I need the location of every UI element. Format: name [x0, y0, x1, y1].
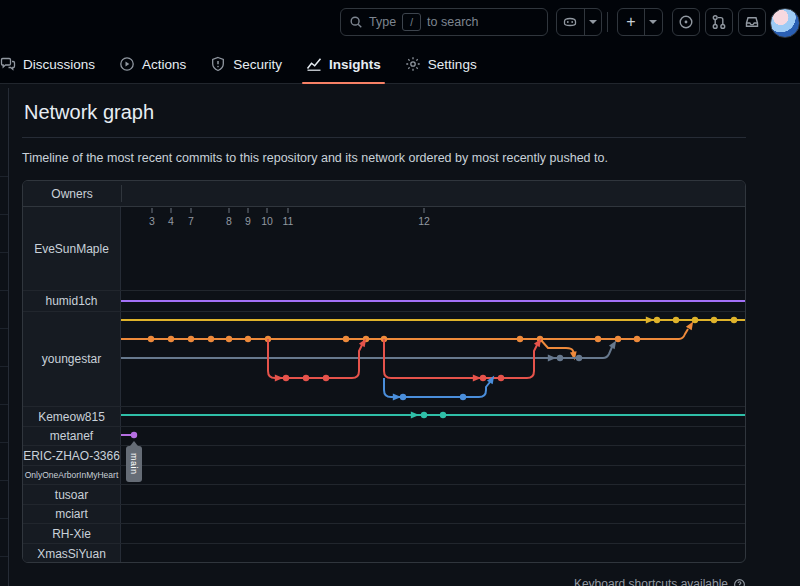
left-crop-line [0, 214, 8, 215]
inbox-button[interactable] [738, 8, 766, 36]
axis-tick-label: 8 [226, 215, 232, 227]
owner-label-youngestar[interactable]: youngestar [23, 312, 121, 406]
axis-tick-label: 3 [149, 215, 155, 227]
network-graph-table: Owners EveSunMaplehumid1chyoungestarKeme… [22, 180, 746, 563]
commit-dot[interactable] [673, 317, 679, 323]
left-crop-line [0, 252, 8, 253]
commit-dot[interactable] [208, 336, 214, 342]
tab-discussions[interactable]: Discussions [0, 46, 107, 83]
axis-tick-label: 12 [418, 215, 430, 227]
repo-tabs: DiscussionsActionsSecurityInsightsSettin… [0, 45, 489, 83]
commit-dot[interactable] [498, 375, 504, 381]
commit-dot[interactable] [480, 375, 486, 381]
merge-arrow [411, 412, 419, 419]
owners-column-header: Owners [23, 187, 121, 201]
tab-label: Settings [428, 57, 477, 72]
owner-label-eric-zhao-3366[interactable]: ERIC-ZHAO-3366 [23, 446, 121, 465]
left-crop-line [0, 328, 8, 329]
title-divider [22, 137, 746, 138]
owner-label-humid1ch[interactable]: humid1ch [23, 291, 121, 311]
commit-dot[interactable] [654, 317, 660, 323]
axis-tick-label: 9 [245, 215, 251, 227]
tab-actions[interactable]: Actions [107, 46, 198, 83]
commit-dot[interactable] [460, 394, 466, 400]
tab-label: Actions [142, 57, 186, 72]
repo-nav-bar: DiscussionsActionsSecurityInsightsSettin… [0, 45, 800, 84]
owner-label-mciart[interactable]: mciart [23, 505, 121, 523]
commit-dot[interactable] [131, 432, 137, 438]
tab-label: Insights [329, 57, 381, 72]
issues-button[interactable] [672, 8, 700, 36]
owner-label-metanef[interactable]: metanef [23, 427, 121, 445]
merge-arrow [646, 317, 654, 324]
network-table-header: Owners [23, 181, 745, 207]
left-crop-line [0, 176, 8, 177]
commit-dot[interactable] [576, 355, 582, 361]
owner-label-rh-xie[interactable]: RH-Xie [23, 524, 121, 543]
commit-dot[interactable] [323, 375, 329, 381]
commit-dot[interactable] [440, 412, 446, 418]
header-divider [607, 12, 608, 32]
left-crop-line [0, 518, 8, 519]
axis-tick-label: 10 [261, 215, 273, 227]
search-placeholder-suffix: to search [427, 15, 478, 29]
keyboard-shortcuts-label: Keyboard shortcuts available [574, 577, 728, 586]
plus-icon[interactable]: + [618, 9, 644, 35]
commit-dot[interactable] [517, 336, 523, 342]
commit-dot[interactable] [168, 336, 174, 342]
question-icon [733, 578, 746, 586]
commit-dot[interactable] [245, 336, 251, 342]
inbox-icon [744, 14, 760, 30]
issue-opened-icon [678, 14, 694, 30]
owner-label-kemeow815[interactable]: Kemeow815 [23, 407, 121, 426]
security-icon [210, 56, 226, 72]
axis-tick-label: 7 [188, 215, 194, 227]
branch-tag-main[interactable]: main [126, 446, 142, 482]
copilot-icon[interactable] [557, 9, 584, 35]
search-placeholder-prefix: Type [369, 15, 396, 29]
commit-dot[interactable] [634, 336, 640, 342]
tab-security[interactable]: Security [198, 46, 294, 83]
commit-dot[interactable] [557, 355, 563, 361]
commit-dot[interactable] [303, 375, 309, 381]
commit-dot[interactable] [711, 317, 717, 323]
owner-label-evesunmaple[interactable]: EveSunMaple [23, 207, 121, 290]
keyboard-shortcuts-hint[interactable]: Keyboard shortcuts available [574, 577, 746, 586]
top-header-bar: Type / to search + [0, 0, 800, 45]
left-crop-line [0, 290, 8, 291]
copilot-button[interactable] [556, 8, 602, 36]
merge-arrow [548, 355, 556, 362]
commit-dot[interactable] [226, 336, 232, 342]
commit-dot[interactable] [148, 336, 154, 342]
commit-dot[interactable] [400, 394, 406, 400]
copilot-dropdown-caret[interactable] [584, 9, 601, 35]
search-input[interactable]: Type / to search [340, 8, 548, 36]
commit-dot[interactable] [421, 412, 427, 418]
commit-dot[interactable] [343, 336, 349, 342]
commit-dot[interactable] [188, 336, 194, 342]
left-crop-line [0, 404, 8, 405]
create-new-caret[interactable] [644, 9, 662, 35]
owner-label-xmassiyuan[interactable]: XmasSiYuan [23, 544, 121, 563]
tab-insights[interactable]: Insights [294, 46, 393, 83]
axis-tick-label: 4 [168, 215, 174, 227]
commit-dot[interactable] [731, 317, 737, 323]
insights-icon [306, 56, 322, 72]
actions-icon [119, 56, 135, 72]
branch-tag-label: main [129, 453, 139, 475]
create-new-button[interactable]: + [617, 8, 663, 36]
merge-arrow [275, 375, 283, 382]
commit-dot[interactable] [283, 375, 289, 381]
discussions-icon [0, 56, 16, 72]
page-title: Network graph [24, 101, 154, 124]
branch-line-youngestar-slate [121, 347, 612, 358]
user-avatar[interactable] [770, 8, 800, 38]
commit-dot[interactable] [595, 336, 601, 342]
owner-label-tusoar[interactable]: tusoar [23, 485, 121, 504]
git-pull-request-icon [711, 14, 727, 30]
left-crop-line [0, 366, 8, 367]
owner-label-onlyonearborinmyheart[interactable]: OnlyOneArborInMyHeart [23, 466, 121, 484]
tab-settings[interactable]: Settings [393, 46, 489, 83]
commit-network-canvas[interactable]: 34789101112 [121, 207, 745, 562]
pull-requests-button[interactable] [705, 8, 733, 36]
